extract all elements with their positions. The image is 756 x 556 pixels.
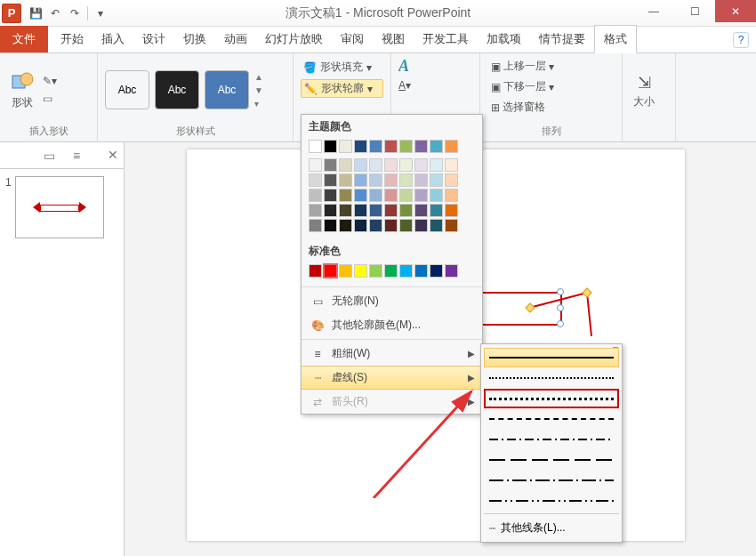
color-swatch[interactable]: [430, 140, 443, 153]
color-swatch[interactable]: [445, 140, 458, 153]
color-swatch[interactable]: [309, 219, 322, 232]
tab-storyboard[interactable]: 情节提要: [530, 26, 594, 52]
color-swatch[interactable]: [354, 158, 367, 172]
style-swatch-2[interactable]: Abc: [155, 70, 199, 109]
dash-square-dot[interactable]: [484, 389, 619, 408]
color-swatch[interactable]: [324, 204, 337, 217]
tab-insert[interactable]: 插入: [92, 26, 133, 52]
color-swatch[interactable]: [414, 189, 428, 202]
color-swatch[interactable]: [339, 158, 352, 172]
color-swatch[interactable]: [339, 140, 352, 153]
color-swatch[interactable]: [414, 204, 428, 217]
selection-pane-button[interactable]: ⊞ 选择窗格: [487, 98, 549, 117]
color-swatch[interactable]: [309, 140, 322, 153]
more-colors-item[interactable]: 🎨 其他轮廓颜色(M)...: [302, 313, 482, 337]
shape-fill-button[interactable]: 🪣 形状填充▾: [301, 59, 383, 76]
dash-dash-dot[interactable]: [484, 430, 619, 449]
color-swatch[interactable]: [369, 173, 382, 187]
color-swatch[interactable]: [430, 189, 443, 202]
color-swatch[interactable]: [430, 173, 443, 187]
color-swatch[interactable]: [384, 140, 398, 153]
dash-long-dash-dot-dot[interactable]: [484, 491, 619, 511]
color-swatch[interactable]: [399, 189, 413, 202]
color-swatch[interactable]: [414, 140, 428, 153]
color-swatch[interactable]: [445, 219, 458, 232]
color-swatch[interactable]: [369, 140, 382, 153]
bring-forward-button[interactable]: ▣ 上移一层 ▾: [487, 57, 558, 76]
color-swatch[interactable]: [445, 158, 458, 172]
dash-dash[interactable]: [484, 409, 619, 429]
slides-tab-icon[interactable]: ▭: [44, 149, 55, 163]
shapes-button[interactable]: 形状: [7, 68, 37, 112]
shape-outline-button[interactable]: ✏️ 形状轮廓▾: [301, 79, 383, 98]
color-swatch[interactable]: [309, 189, 322, 202]
close-button[interactable]: ✕: [715, 0, 756, 22]
outline-tab-icon[interactable]: ≡: [73, 149, 80, 163]
color-swatch[interactable]: [354, 204, 367, 217]
color-swatch[interactable]: [354, 219, 367, 232]
maximize-button[interactable]: ☐: [674, 0, 715, 22]
dash-solid[interactable]: [484, 348, 619, 367]
size-button[interactable]: ⇲ 大小: [630, 71, 658, 111]
color-swatch[interactable]: [324, 158, 337, 172]
tab-transitions[interactable]: 切换: [174, 26, 215, 52]
weight-item[interactable]: ≡ 粗细(W) ▶: [302, 342, 482, 366]
help-icon[interactable]: ?: [733, 32, 749, 48]
color-swatch[interactable]: [339, 264, 352, 278]
color-swatch[interactable]: [399, 173, 413, 187]
color-swatch[interactable]: [309, 204, 322, 217]
style-gallery-up-icon[interactable]: ▲: [254, 72, 263, 82]
color-swatch[interactable]: [445, 189, 458, 202]
color-swatch[interactable]: [399, 219, 413, 232]
color-swatch[interactable]: [339, 204, 352, 217]
text-fill-icon[interactable]: A▾: [398, 79, 411, 92]
tab-developer[interactable]: 开发工具: [414, 26, 478, 52]
color-swatch[interactable]: [354, 173, 367, 187]
color-swatch[interactable]: [445, 173, 458, 187]
color-swatch[interactable]: [384, 264, 398, 278]
color-swatch[interactable]: [369, 189, 382, 202]
edit-shape-icon[interactable]: ✎▾: [43, 75, 57, 87]
pane-close-icon[interactable]: ✕: [108, 148, 118, 162]
color-swatch[interactable]: [324, 173, 337, 187]
color-swatch[interactable]: [414, 219, 428, 232]
color-swatch[interactable]: [399, 158, 413, 172]
color-swatch[interactable]: [384, 158, 398, 172]
color-swatch[interactable]: [309, 158, 322, 172]
color-swatch[interactable]: [430, 219, 443, 232]
text-box-icon[interactable]: ▭: [43, 93, 57, 105]
color-swatch[interactable]: [445, 264, 458, 278]
dashes-item[interactable]: ┈ 虚线(S) ▶: [302, 366, 482, 390]
color-swatch[interactable]: [354, 264, 367, 278]
color-swatch[interactable]: [369, 264, 382, 278]
color-swatch[interactable]: [354, 189, 367, 202]
color-swatch[interactable]: [399, 264, 413, 278]
color-swatch[interactable]: [324, 219, 337, 232]
undo-icon[interactable]: ↶: [48, 6, 62, 20]
tab-animations[interactable]: 动画: [215, 26, 256, 52]
dash-long-dash[interactable]: [484, 450, 619, 470]
color-swatch[interactable]: [354, 140, 367, 153]
color-swatch[interactable]: [414, 158, 428, 172]
tab-format[interactable]: 格式: [594, 25, 637, 53]
save-icon[interactable]: 💾: [28, 6, 43, 20]
style-gallery-more-icon[interactable]: ▾: [254, 99, 263, 109]
qat-dropdown-icon[interactable]: ▾: [93, 6, 108, 20]
dash-long-dash-dot[interactable]: [484, 471, 619, 490]
no-outline-item[interactable]: ▭ 无轮廓(N): [302, 289, 482, 313]
tab-file[interactable]: 文件: [0, 26, 48, 52]
wordart-a-icon[interactable]: A: [398, 57, 409, 76]
color-swatch[interactable]: [324, 264, 337, 278]
tab-addins[interactable]: 加载项: [478, 26, 530, 52]
color-swatch[interactable]: [369, 204, 382, 217]
color-swatch[interactable]: [339, 219, 352, 232]
send-backward-button[interactable]: ▣ 下移一层 ▾: [487, 77, 558, 96]
color-swatch[interactable]: [369, 158, 382, 172]
color-swatch[interactable]: [339, 173, 352, 187]
style-gallery-down-icon[interactable]: ▼: [254, 85, 263, 95]
color-swatch[interactable]: [430, 158, 443, 172]
minimize-button[interactable]: —: [633, 0, 674, 22]
color-swatch[interactable]: [309, 173, 322, 187]
color-swatch[interactable]: [445, 204, 458, 217]
style-swatch-1[interactable]: Abc: [105, 70, 149, 109]
